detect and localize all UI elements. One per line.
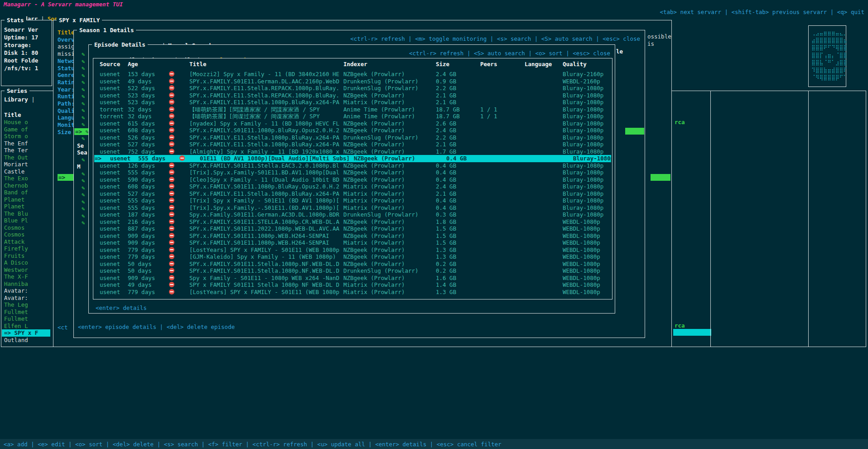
release-row[interactable]: usenet216 daysSPY.x.FAMILY.S01E11.STELLA… [94,218,611,226]
series-item[interactable]: Fullmet [2,309,50,316]
series-item[interactable]: Cosmos [2,224,50,232]
release-row[interactable]: usenet615 days[nyadex] Spy x Family - 11… [94,120,611,127]
series-item[interactable]: The Enf [2,140,50,147]
monitored-icon[interactable]: ✎ [82,205,85,212]
release-row[interactable]: usenet555 days[Trix] Spy x Family - S01E… [94,197,611,204]
monitored-icon[interactable]: ✎ [82,212,85,219]
release-quality: WEBDL-1080p [563,289,600,296]
series-item[interactable]: Blue Pl [2,217,50,224]
series-item[interactable]: Moriart [2,161,50,168]
monitored-icon[interactable]: ✎ [82,156,85,163]
monitored-icon[interactable]: ✎ [82,121,85,128]
release-row[interactable]: usenet909 daysSpy x Family - S01E11 - 10… [94,275,611,282]
rejected-icon [169,92,174,98]
monitored-icon[interactable]: ✎ [82,170,85,177]
monitored-icon[interactable]: ✎ [82,79,85,86]
series-item[interactable]: Castle [2,168,50,175]
series-item[interactable]: Storm o [2,133,50,140]
series-item[interactable]: The Leg [2,301,50,309]
release-row[interactable]: usenet752 days[Almighty] Spy x Family - … [94,148,611,155]
monitored-icon[interactable]: ✎ [82,72,85,79]
series-detail-fragment: Overv [58,36,75,43]
monitored-icon[interactable]: ✎ [82,58,85,65]
release-row[interactable]: usenet187 daysSpy.x.Family.S01E11.German… [94,211,611,218]
selected-series-row-fragment[interactable] [673,329,711,336]
series-item[interactable]: The X-F [2,273,50,280]
monitored-icon[interactable]: ✎ [82,191,85,198]
logo-line: ⣿⣿⣿⠟⠋⠙⢿⣿⣿ [811,44,847,52]
series-item[interactable]: Fullmet [2,315,50,323]
series-item[interactable]: The Ter [2,147,50,154]
release-source: usenet [100,261,120,268]
release-row[interactable]: usenet909 daysSPY.x.FAMILY.S01E11.1080p.… [94,232,611,240]
monitored-icon[interactable]: ✎ [82,198,85,205]
release-title: SPY.x.FAMILY.E11.Stella.1080p.BluRay.x26… [189,134,339,141]
monitored-icon[interactable]: ✎ [82,51,85,58]
release-row[interactable]: usenet555 days[Trix].Spy.x.Family-S01E11… [94,169,611,176]
selected-season-row-fragment-left[interactable]: => [58,174,74,181]
series-item[interactable]: Chernob [2,182,50,189]
release-row[interactable]: usenet608 daysSPY.x.FAMILY.S01E11.1080p.… [94,127,611,134]
release-row[interactable]: usenet126 daysSPY.X.FAMILY.S01E11.Stella… [94,162,611,169]
series-item[interactable]: Cosmos [2,231,50,238]
release-row[interactable]: usenet779 days[LostYears] SPY x FAMILY -… [94,289,611,296]
release-row[interactable]: usenet608 daysSPY.x.FAMILY.S01E11.1080p.… [94,183,611,190]
release-title: [Almighty] Spy x Family - 11 [BD 1920x10… [189,148,339,155]
release-row[interactable]: usenet527 daysSPY.x.FAMILY.E11.Stella.10… [94,190,611,198]
monitored-icon[interactable]: ✎ [82,107,85,114]
monitored-icon[interactable]: ✎ [82,135,85,142]
series-item[interactable]: => SPY x F [2,329,50,337]
series-item[interactable]: Firefly [2,245,50,252]
release-row[interactable]: usenet526 daysSPY.x.FAMILY.E11.Stella.10… [94,134,611,141]
monitored-icon[interactable]: ✎ [82,114,85,121]
release-row[interactable]: usenet779 days[LostYears] SPY x FAMILY -… [94,246,611,254]
series-item[interactable]: Outland [2,337,50,344]
release-title: SPY.x.FAMILY.E11.Stella.1080p.BluRay.x26… [189,190,339,198]
monitored-icon[interactable]: ✎ [82,86,85,93]
release-row[interactable]: usenet50 daysSPY.x.FAMILY.S01E11.Stella.… [94,261,611,268]
series-item[interactable]: The Out [2,154,50,161]
monitored-icon[interactable]: ✎ [82,100,85,107]
series-item[interactable]: A Disco [2,259,50,266]
series-item[interactable]: Fruits [2,252,50,260]
monitored-icon[interactable]: ✎ [82,184,85,191]
release-source: usenet [100,281,120,289]
release-row[interactable]: usenet50 daysSPY.x.FAMILY.S01E11.Stella.… [94,267,611,275]
series-item[interactable]: Planet [2,196,50,203]
monitored-icon[interactable]: ✎ [82,65,85,72]
release-row[interactable]: torrent32 days【喵萌奶茶屋】[間諜過家家 / 間諜家家酒 / SP… [94,106,611,113]
release-row[interactable]: usenet49 daysSPY x FAMILY S01E11 Stella … [94,281,611,289]
release-row[interactable]: usenet527 daysSPY.x.FAMILY.E11.Stella.10… [94,141,611,148]
release-row[interactable]: usenet887 daysSPY.x.FAMILY.S01E11.2022.1… [94,225,611,232]
release-row[interactable]: =>usenet555 days01E11 (BD AV1 1080p)[Dua… [94,155,611,162]
series-item[interactable]: Band of [2,189,50,196]
release-row[interactable]: usenet523 daysSPY.x.FAMILY.E11.Stella.RE… [94,92,611,99]
series-item[interactable]: The Exo [2,175,50,182]
series-item[interactable]: Elfen L [2,323,50,330]
series-item[interactable]: Planet [2,203,50,210]
monitored-icon[interactable]: ✎ [82,177,85,184]
release-age: 50 days [128,267,152,275]
monitored-icon[interactable]: ✎ [82,219,85,226]
series-item[interactable]: Hanniba [2,280,50,288]
release-row[interactable]: usenet555 days[Trix].Spy.x.Family.-.S01E… [94,204,611,212]
release-row[interactable]: usenet779 days[GJM-Kaleido] Spy x Family… [94,253,611,261]
series-item[interactable]: Game of [2,126,50,133]
release-row[interactable]: usenet590 days[Cleo]Spy x Family - 11 (D… [94,176,611,183]
episode-popup-title: Episode Details [92,41,148,48]
series-item[interactable]: Attack [2,238,50,246]
series-item[interactable]: House o [2,119,50,126]
release-row[interactable]: torrent32 days【喵萌奶茶屋】[间谍过家家 / 间谍家家酒 / SP… [94,113,611,120]
release-row[interactable]: usenet909 daysSPY.x.FAMILY.S01E11.1080p.… [94,239,611,246]
series-item[interactable]: The Blu [2,210,50,217]
monitored-icon[interactable]: ✎ [82,93,85,100]
release-row[interactable]: usenet153 days[Moozzi2] Spy x Family - 1… [94,71,611,78]
release-age: 32 days [128,106,152,113]
series-item[interactable]: Avatar: [2,287,50,295]
release-row[interactable]: usenet49 daysSPY.x.FAMILY.S01E11.German.… [94,78,611,85]
release-row[interactable]: usenet522 daysSPY.x.FAMILY.E11.Stella.RE… [94,85,611,92]
series-item[interactable]: Avatar: [2,295,50,302]
series-item[interactable]: Westwor [2,266,50,274]
selected-episode-row-fragment-left[interactable]: => ✎ [74,128,89,135]
release-row[interactable]: usenet523 daysSPY.x.FAMILY.E11.Stella.10… [94,99,611,106]
